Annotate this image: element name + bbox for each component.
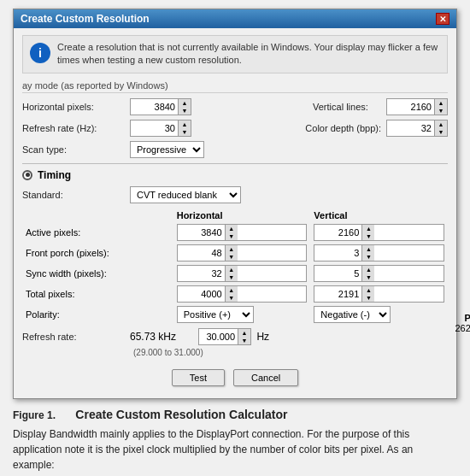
dialog-titlebar: Create Custom Resolution ✕ xyxy=(14,9,456,28)
total-pixels-v-input[interactable] xyxy=(314,288,361,300)
refresh-hz-spinbtns: ▲ ▼ xyxy=(238,329,250,344)
refresh-hz-down[interactable]: ▼ xyxy=(238,337,250,344)
total-v-up[interactable]: ▲ xyxy=(362,286,374,294)
front-porch-label: Front porch (pixels): xyxy=(22,243,173,263)
color-depth-spin-buttons: ▲ ▼ xyxy=(434,120,447,136)
standard-select[interactable]: CVT reduced blank CVT GTF Manual xyxy=(130,186,241,203)
sync-width-v-spin[interactable]: ▲ ▼ xyxy=(314,265,444,282)
sync-width-v-cell: ▲ ▼ xyxy=(310,263,448,284)
total-v-down[interactable]: ▼ xyxy=(362,294,374,302)
sync-h-up[interactable]: ▲ xyxy=(226,266,238,273)
front-v-up[interactable]: ▲ xyxy=(362,245,374,253)
front-h-down[interactable]: ▼ xyxy=(226,253,238,261)
refresh-hz-unit: Hz xyxy=(256,331,269,343)
polarity-v-cell: Negative (-) Positive (+) xyxy=(310,304,448,325)
active-pixels-h-spinbtns: ▲ ▼ xyxy=(225,225,238,240)
sync-v-down[interactable]: ▼ xyxy=(362,273,374,281)
scan-type-select[interactable]: Progressive Interlaced xyxy=(130,141,204,158)
color-depth-down[interactable]: ▼ xyxy=(435,128,447,136)
horizontal-pixels-down[interactable]: ▼ xyxy=(179,107,191,115)
refresh-rate-label: Refresh rate (Hz): xyxy=(22,123,125,133)
active-h-up[interactable]: ▲ xyxy=(226,225,238,232)
horizontal-pixels-label: Horizontal pixels: xyxy=(22,102,125,112)
active-v-up[interactable]: ▲ xyxy=(362,225,374,232)
total-pixels-h-input[interactable] xyxy=(178,288,225,300)
front-porch-v-spinbtns: ▲ ▼ xyxy=(361,245,374,261)
front-porch-v-input[interactable] xyxy=(314,247,361,259)
front-h-up[interactable]: ▲ xyxy=(226,245,238,253)
active-pixels-h-spin[interactable]: ▲ ▼ xyxy=(177,224,308,241)
scan-type-row: Scan type: Progressive Interlaced xyxy=(22,141,448,158)
refresh-hz-spin[interactable]: ▲ ▼ xyxy=(198,328,251,345)
active-pixels-v-spinbtns: ▲ ▼ xyxy=(361,225,374,240)
total-pixels-label: Total pixels: xyxy=(22,284,173,304)
vertical-lines-input[interactable] xyxy=(387,101,434,113)
refresh-hz-up[interactable]: ▲ xyxy=(238,329,250,337)
info-banner-text: Create a resolution that is not currentl… xyxy=(57,41,440,68)
active-pixels-label: Active pixels: xyxy=(22,222,173,243)
vertical-lines-spin-buttons: ▲ ▼ xyxy=(434,99,447,115)
timing-radio[interactable] xyxy=(22,170,32,180)
active-pixels-h-input[interactable] xyxy=(178,226,225,238)
cancel-button[interactable]: Cancel xyxy=(233,369,298,386)
polarity-v-select[interactable]: Negative (-) Positive (+) xyxy=(314,306,391,323)
test-button[interactable]: Test xyxy=(172,369,225,386)
scan-type-label: Scan type: xyxy=(22,144,125,155)
standard-label: Standard: xyxy=(22,190,125,200)
display-mode-label: ay mode (as reported by Windows) xyxy=(22,80,448,93)
active-pixels-v-spin[interactable]: ▲ ▼ xyxy=(314,224,444,241)
front-porch-h-input[interactable] xyxy=(178,247,225,259)
pixel-clock-box: Pixel clock: 262.9200 MHz xyxy=(439,313,470,333)
sync-h-spinbtns: ▲ ▼ xyxy=(225,266,238,281)
refresh-hz-area: ▲ ▼ Hz xyxy=(198,328,269,345)
polarity-h-select[interactable]: Positive (+) Negative (-) xyxy=(177,306,254,323)
horizontal-pixels-input[interactable] xyxy=(131,101,178,113)
sync-width-h-spin[interactable]: ▲ ▼ xyxy=(177,265,308,282)
active-pixels-v-input[interactable] xyxy=(314,226,361,238)
polarity-row: Polarity: Positive (+) Negative (-) Nega… xyxy=(22,304,448,325)
front-porch-v-spin[interactable]: ▲ ▼ xyxy=(314,244,444,262)
sync-h-down[interactable]: ▼ xyxy=(226,273,238,281)
refresh-rate-up[interactable]: ▲ xyxy=(179,120,191,128)
sync-width-h-input[interactable] xyxy=(178,267,225,279)
timing-header: Timing xyxy=(22,169,448,181)
active-v-down[interactable]: ▼ xyxy=(362,232,374,240)
color-depth-up[interactable]: ▲ xyxy=(435,120,447,128)
info-icon: i xyxy=(30,43,50,63)
active-h-down[interactable]: ▼ xyxy=(226,232,238,240)
vertical-lines-up[interactable]: ▲ xyxy=(435,99,447,107)
total-pixels-h-spin[interactable]: ▲ ▼ xyxy=(177,285,308,303)
info-banner: i Create a resolution that is not curren… xyxy=(22,35,448,73)
horizontal-pixels-spinbox[interactable]: ▲ ▼ xyxy=(130,98,191,115)
figure-title: Create Custom Resolution Calculator xyxy=(75,408,287,421)
refresh-hz-input[interactable] xyxy=(199,331,238,343)
total-h-down[interactable]: ▼ xyxy=(226,294,238,302)
polarity-label: Polarity: xyxy=(22,304,173,325)
pixel-clock-area: Pixel clock: 262.9200 MHz xyxy=(439,279,470,333)
pixel-clock-label: Pixel clock: xyxy=(439,313,470,323)
total-pixels-v-spin[interactable]: ▲ ▼ xyxy=(314,285,444,303)
sync-width-v-input[interactable] xyxy=(314,267,361,279)
dialog-body: i Create a resolution that is not curren… xyxy=(14,28,456,398)
sync-v-up[interactable]: ▲ xyxy=(362,266,374,273)
vertical-lines-down[interactable]: ▼ xyxy=(435,107,447,115)
active-pixels-row: Active pixels: ▲ ▼ xyxy=(22,222,448,243)
total-pixels-v-cell: ▲ ▼ xyxy=(310,284,448,304)
buttons-row: Test Cancel xyxy=(22,364,448,391)
hv-table: Horizontal Vertical Active pixels: ▲ ▼ xyxy=(22,209,448,325)
total-h-spinbtns: ▲ ▼ xyxy=(225,286,238,302)
total-h-up[interactable]: ▲ xyxy=(226,286,238,294)
color-depth-input[interactable] xyxy=(387,122,434,134)
front-v-down[interactable]: ▼ xyxy=(362,253,374,261)
front-porch-h-spin[interactable]: ▲ ▼ xyxy=(177,244,308,262)
vertical-lines-spinbox[interactable]: ▲ ▼ xyxy=(386,98,448,115)
sync-width-label: Sync width (pixels): xyxy=(22,263,173,284)
color-depth-spinbox[interactable]: ▲ ▼ xyxy=(386,120,448,137)
refresh-rate-spinbox[interactable]: ▲ ▼ xyxy=(130,120,191,137)
hz-range: (29.000 to 31.000) xyxy=(133,348,448,357)
close-button[interactable]: ✕ xyxy=(436,13,449,25)
refresh-rate-down[interactable]: ▼ xyxy=(179,128,191,136)
horizontal-pixels-up[interactable]: ▲ xyxy=(179,99,191,107)
refresh-rate-input[interactable] xyxy=(131,122,178,134)
refresh-rate-spin-buttons: ▲ ▼ xyxy=(178,120,191,136)
